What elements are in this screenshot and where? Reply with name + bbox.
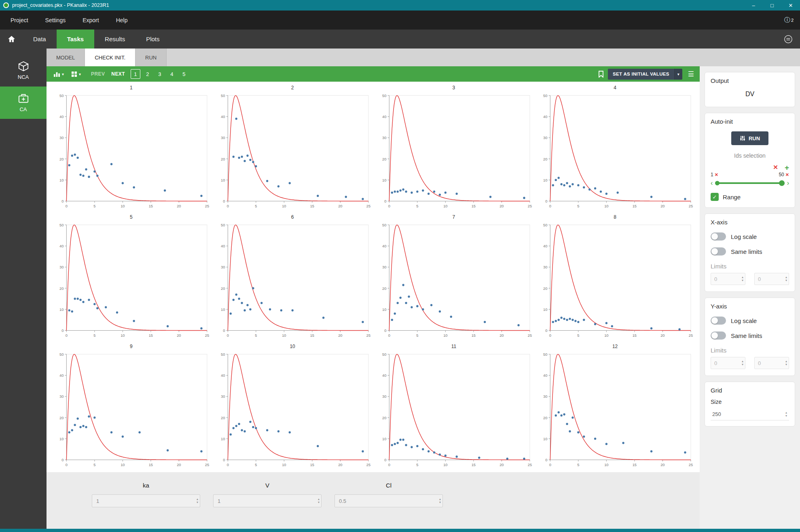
y-same-limits-toggle[interactable] (711, 331, 726, 340)
plot-menu-button[interactable]: ☰ (682, 70, 700, 78)
observation-point (679, 328, 681, 331)
set-initial-dropdown[interactable]: ▾ (674, 69, 682, 80)
observation-point (394, 443, 396, 445)
bookmark-button[interactable] (594, 71, 608, 78)
auto-init-run-button[interactable]: RUN (731, 131, 768, 145)
plot-cell[interactable]: 8051015202501020304050 (534, 213, 696, 342)
y-limit-min-input[interactable] (711, 357, 745, 369)
maximize-button[interactable]: □ (763, 0, 781, 11)
tab-results[interactable]: Results (94, 30, 135, 49)
grid-size-input[interactable] (711, 408, 789, 420)
menu-export[interactable]: Export (74, 11, 107, 30)
param-input-v[interactable] (213, 494, 322, 507)
observation-point (96, 175, 98, 177)
svg-text:30: 30 (221, 394, 225, 399)
subtab-run[interactable]: RUN (135, 49, 167, 66)
svg-text:15: 15 (471, 462, 475, 467)
observation-point (252, 161, 254, 163)
menu-help[interactable]: Help (108, 11, 136, 30)
spinner-control[interactable]: ▴▾ (785, 276, 787, 282)
settings-panel: Output DV Auto-init (700, 66, 800, 529)
notifications-button[interactable]: ⓘ 2 (784, 16, 794, 24)
plot-canvas[interactable]: 051015202501020304050 (375, 91, 533, 212)
slider-handle-max[interactable] (779, 180, 785, 186)
tab-data[interactable]: Data (23, 30, 57, 49)
plot-cell[interactable]: 3051015202501020304050 (373, 83, 535, 213)
plot-canvas[interactable]: 051015202501020304050 (52, 91, 210, 212)
page-button-2[interactable]: 2 (143, 69, 152, 79)
plot-canvas[interactable]: 051015202501020304050 (214, 350, 372, 471)
plot-canvas[interactable]: 051015202501020304050 (536, 221, 694, 341)
plot-type-dropdown[interactable]: ▾ (50, 66, 68, 82)
page-button-1[interactable]: 1 (131, 69, 140, 79)
add-ids-button[interactable]: + (785, 165, 789, 171)
plot-cell[interactable]: 2051015202501020304050 (212, 83, 373, 213)
plot-canvas[interactable]: 051015202501020304050 (375, 350, 533, 471)
plot-cell[interactable]: 1051015202501020304050 (51, 83, 212, 213)
param-input-cl[interactable] (334, 494, 443, 507)
page-button-5[interactable]: 5 (179, 69, 189, 79)
page-button-3[interactable]: 3 (155, 69, 165, 79)
y-limit-max-input[interactable] (754, 357, 789, 369)
spinner-control[interactable]: ▴▾ (785, 360, 787, 366)
plot-cell[interactable]: 7051015202501020304050 (373, 213, 535, 342)
spinner-control[interactable]: ▴▾ (439, 498, 441, 504)
x-log-scale-toggle[interactable] (711, 232, 726, 241)
close-button[interactable]: ✕ (781, 0, 800, 11)
plot-canvas[interactable]: 051015202501020304050 (214, 91, 372, 212)
plot-canvas[interactable]: 051015202501020304050 (536, 91, 694, 212)
plot-cell[interactable]: 6051015202501020304050 (212, 213, 373, 342)
clear-max-button[interactable]: ✕ (785, 172, 789, 177)
subtab-model[interactable]: MODEL (47, 49, 85, 66)
range-checkbox[interactable]: ✓ (711, 193, 719, 201)
spinner-control[interactable]: ▴▾ (742, 360, 743, 366)
clear-min-button[interactable]: ✕ (715, 172, 718, 177)
spinner-control[interactable]: ▴▾ (197, 498, 198, 504)
svg-text:30: 30 (59, 394, 63, 399)
remove-ids-button[interactable]: ✕ (773, 164, 778, 171)
minimize-button[interactable]: – (744, 0, 763, 11)
next-page-button[interactable]: NEXT (111, 71, 125, 77)
plot-cell[interactable]: 10051015202501020304050 (212, 342, 373, 471)
observation-point (561, 414, 563, 417)
x-limit-min-input[interactable] (711, 273, 745, 285)
plot-cell[interactable]: 11051015202501020304050 (373, 342, 535, 471)
y-log-scale-toggle[interactable] (711, 317, 726, 325)
x-limit-max-input[interactable] (754, 273, 789, 285)
slider-left-chevron[interactable]: ‹ (711, 181, 713, 186)
menu-settings[interactable]: Settings (37, 11, 74, 30)
plot-canvas[interactable]: 051015202501020304050 (214, 221, 372, 341)
sidebar-item-ca[interactable]: CA (0, 87, 47, 119)
observation-point (394, 190, 396, 193)
set-as-initial-values-button[interactable]: SET AS INITIAL VALUES (608, 69, 674, 80)
plot-cell[interactable]: 5051015202501020304050 (51, 213, 212, 342)
slider-handle-min[interactable] (715, 181, 720, 186)
home-button[interactable] (0, 30, 23, 49)
spinner-control[interactable]: ▴▾ (742, 276, 743, 282)
menu-project[interactable]: Project (0, 11, 37, 30)
svg-text:30: 30 (543, 135, 547, 140)
tab-tasks[interactable]: Tasks (57, 30, 94, 49)
x-same-limits-toggle[interactable] (711, 247, 726, 255)
prev-page-button[interactable]: PREV (91, 71, 105, 77)
plot-cell[interactable]: 9051015202501020304050 (51, 342, 212, 471)
plot-canvas[interactable]: 051015202501020304050 (536, 350, 694, 471)
param-input-ka[interactable] (92, 494, 200, 507)
spinner-control[interactable]: ▴▾ (318, 498, 320, 504)
spinner-control[interactable]: ▴▾ (785, 411, 787, 418)
page-button-4[interactable]: 4 (167, 69, 177, 79)
plot-canvas[interactable]: 051015202501020304050 (52, 350, 210, 471)
plot-canvas[interactable]: 051015202501020304050 (375, 221, 533, 341)
plot-cell[interactable]: 12051015202501020304050 (534, 342, 696, 471)
tab-plots[interactable]: Plots (135, 30, 170, 49)
plot-cell[interactable]: 4051015202501020304050 (534, 83, 696, 213)
sidebar-item-nca[interactable]: NCA (0, 54, 47, 87)
comments-button[interactable] (784, 30, 793, 49)
subtab-check-init[interactable]: CHECK INIT. (85, 49, 135, 66)
slider-right-chevron[interactable]: › (787, 181, 789, 186)
plot-canvas[interactable]: 051015202501020304050 (52, 221, 210, 341)
ids-range-slider[interactable] (715, 182, 784, 184)
observation-point (650, 450, 652, 453)
layout-dropdown[interactable]: ▾ (68, 66, 85, 82)
observation-point (88, 299, 90, 301)
